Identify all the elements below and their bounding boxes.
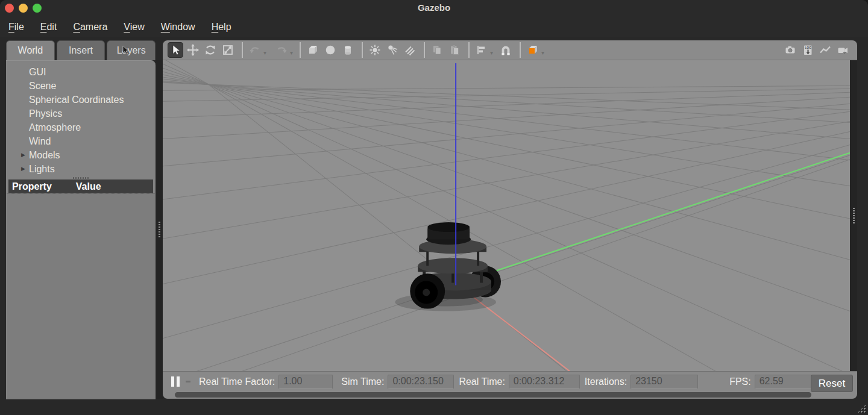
toolbar-right-group: LOG	[782, 42, 852, 58]
left-sidebar: World Insert Layers GUI Scene Spherical …	[6, 40, 156, 399]
tree-item-spherical-coordinates[interactable]: Spherical Coordinates	[6, 93, 156, 107]
rotate-button[interactable]	[203, 42, 218, 58]
window-title: Gazebo	[0, 2, 868, 13]
tree-item-atmosphere[interactable]: Atmosphere	[6, 120, 156, 134]
insert-box-button[interactable]	[305, 42, 321, 58]
tree-item-wind[interactable]: Wind	[6, 134, 156, 148]
mouse-cursor-icon	[122, 46, 130, 55]
undo-button[interactable]	[247, 42, 263, 58]
robot-left-wheel	[410, 273, 445, 308]
view-angle-dropdown-icon[interactable]: ▾	[541, 50, 544, 56]
expander-icon[interactable]: ▶	[21, 162, 25, 176]
right-splitter-handle[interactable]	[850, 60, 857, 371]
paste-icon	[448, 43, 461, 57]
gazebo-window: Gazebo File Edit Camera View Window Help…	[0, 0, 868, 415]
view-angle-button[interactable]	[525, 42, 541, 58]
title-bar[interactable]: Gazebo	[0, 0, 868, 17]
turtlebot-robot[interactable]	[395, 222, 501, 311]
tab-layers[interactable]: Layers	[107, 40, 156, 60]
plot-button[interactable]	[817, 42, 833, 58]
step-button[interactable]	[186, 381, 190, 382]
real-time-label: Real Time:	[459, 376, 505, 387]
svg-text:LOG: LOG	[805, 46, 811, 49]
left-splitter-handle[interactable]	[156, 60, 163, 399]
scale-button[interactable]	[220, 42, 236, 58]
toolbar-separator	[468, 42, 470, 58]
spot-light-icon	[386, 43, 399, 57]
translate-icon	[186, 43, 200, 57]
sidebar-tabs: World Insert Layers	[6, 40, 156, 60]
menu-edit[interactable]: Edit	[40, 22, 57, 33]
toolbar-separator	[242, 42, 243, 58]
property-table-header: Property Value	[8, 179, 153, 193]
toolbar-separator	[520, 42, 521, 58]
select-arrow-icon	[169, 43, 182, 57]
robot-top-sensor	[426, 222, 471, 245]
sphere-icon	[324, 43, 337, 57]
toolbar-separator	[424, 42, 425, 58]
point-light-button[interactable]	[367, 42, 383, 58]
insert-sphere-button[interactable]	[322, 42, 338, 58]
tab-insert[interactable]: Insert	[57, 40, 105, 60]
tab-world[interactable]: World	[6, 40, 55, 60]
property-column-header: Property	[12, 181, 52, 192]
world-panel: GUI Scene Spherical Coordinates Physics …	[6, 60, 156, 399]
camera-icon	[784, 43, 797, 57]
directional-light-icon	[403, 43, 417, 57]
select-arrow-button[interactable]	[168, 42, 183, 58]
expander-icon[interactable]: ▶	[21, 148, 25, 162]
directional-light-button[interactable]	[402, 42, 418, 58]
menu-help[interactable]: Help	[212, 22, 231, 33]
snap-button[interactable]	[498, 42, 514, 58]
tree-item-physics[interactable]: Physics	[6, 107, 156, 120]
tree-item-gui[interactable]: GUI	[6, 65, 156, 79]
render-viewport-3d[interactable]	[163, 60, 850, 371]
menu-window[interactable]: Window	[161, 22, 195, 33]
video-record-button[interactable]	[835, 42, 851, 58]
grid-lines	[163, 60, 850, 371]
menu-camera[interactable]: Camera	[73, 22, 107, 33]
log-record-button[interactable]: LOG	[800, 42, 816, 58]
resize-grip[interactable]	[857, 404, 866, 413]
horizontal-scrollbar[interactable]	[175, 392, 811, 398]
log-record-icon: LOG	[801, 43, 814, 57]
plot-icon	[819, 43, 832, 57]
menu-file[interactable]: File	[8, 22, 24, 33]
tree-item-scene[interactable]: Scene	[6, 79, 156, 93]
fps-label: FPS:	[729, 376, 751, 387]
menu-bar: File Edit Camera View Window Help	[0, 17, 868, 37]
screenshot-button[interactable]	[782, 42, 798, 58]
main-area: ▾ ▾	[163, 40, 857, 399]
scene-canvas	[163, 60, 850, 371]
real-time-factor-label: Real Time Factor:	[199, 376, 275, 387]
align-dropdown-icon[interactable]: ▾	[490, 50, 493, 56]
view-angle-cube-icon	[526, 43, 539, 57]
undo-dropdown-icon[interactable]: ▾	[263, 50, 266, 56]
reset-button[interactable]: Reset	[811, 375, 853, 392]
redo-button[interactable]	[274, 42, 289, 58]
paste-button[interactable]	[447, 42, 462, 58]
align-icon	[475, 43, 488, 57]
menu-view[interactable]: View	[124, 22, 144, 33]
cylinder-icon	[341, 43, 354, 57]
tree-item-models[interactable]: ▶Models	[6, 148, 156, 162]
video-camera-icon	[836, 43, 849, 57]
viewport-row	[163, 60, 857, 371]
real-time-field: 0:00:23.312	[509, 375, 580, 389]
copy-icon	[430, 43, 444, 57]
toolbar-separator	[300, 42, 301, 58]
pause-button[interactable]	[171, 376, 180, 387]
iterations-label: Iterations:	[585, 376, 627, 387]
align-button[interactable]	[474, 42, 489, 58]
insert-cylinder-button[interactable]	[340, 42, 356, 58]
copy-button[interactable]	[429, 42, 445, 58]
spot-light-button[interactable]	[385, 42, 400, 58]
property-value-pane[interactable]	[7, 193, 155, 399]
scale-icon	[221, 43, 234, 57]
toolbar-separator	[362, 42, 363, 58]
tree-item-lights[interactable]: ▶Lights	[6, 162, 156, 176]
redo-dropdown-icon[interactable]: ▾	[290, 50, 293, 56]
undo-icon	[248, 43, 262, 57]
box-icon	[306, 43, 319, 57]
translate-button[interactable]	[185, 42, 201, 58]
